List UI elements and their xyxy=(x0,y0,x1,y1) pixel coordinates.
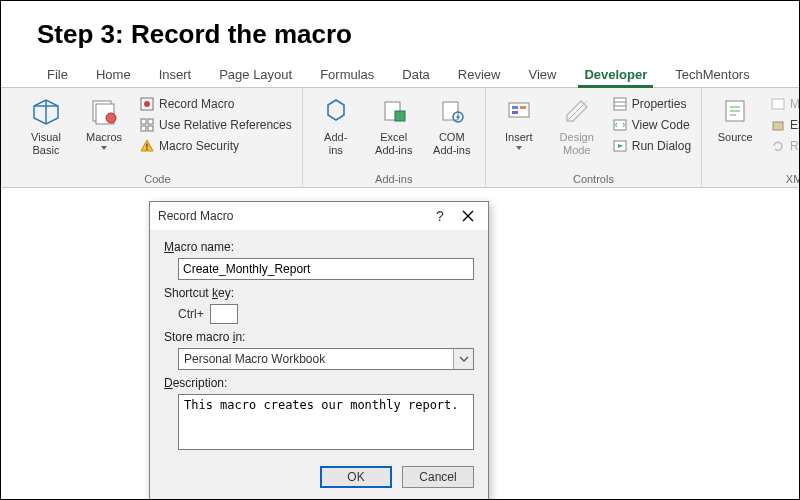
store-macro-dropdown-button[interactable] xyxy=(453,349,473,369)
svg-rect-16 xyxy=(509,103,529,117)
description-input[interactable] xyxy=(178,394,474,450)
svg-rect-6 xyxy=(148,119,153,124)
dialog-button-row: OK Cancel xyxy=(150,458,488,500)
svg-rect-27 xyxy=(773,122,783,130)
design-mode-button[interactable]: Design Mode xyxy=(552,92,602,156)
ribbon: Visual Basic Macros Re xyxy=(1,88,799,188)
store-macro-select[interactable]: Personal Macro Workbook xyxy=(178,348,474,370)
com-addins-icon xyxy=(435,94,469,128)
record-macro-icon xyxy=(139,96,155,112)
view-code-label: View Code xyxy=(632,118,690,132)
excel-addins-icon xyxy=(377,94,411,128)
tab-data[interactable]: Data xyxy=(388,64,443,87)
com-addins-button[interactable]: COM Add-ins xyxy=(427,92,477,156)
ribbon-group-xml: Source Map Properties Expansion Packs xyxy=(702,88,800,187)
refresh-data-label: Refresh Data xyxy=(790,139,800,153)
ribbon-tabstrip: File Home Insert Page Layout Formulas Da… xyxy=(1,64,799,88)
design-mode-label: Design Mode xyxy=(560,131,594,156)
design-mode-icon xyxy=(560,94,594,128)
insert-dropdown-caret xyxy=(516,146,522,150)
view-code-icon xyxy=(612,117,628,133)
svg-rect-18 xyxy=(520,106,526,109)
ctrl-prefix-label: Ctrl+ xyxy=(178,307,204,321)
tab-techmentors[interactable]: TechMentors xyxy=(661,64,763,87)
shortcut-key-label: Shortcut key: xyxy=(164,286,474,300)
macro-security-button[interactable]: Macro Security xyxy=(137,136,294,156)
visual-basic-icon xyxy=(29,94,63,128)
insert-control-label: Insert xyxy=(505,131,533,144)
macros-dropdown-caret xyxy=(101,146,107,150)
run-dialog-button[interactable]: Run Dialog xyxy=(610,136,693,156)
close-icon xyxy=(462,210,474,222)
insert-control-button[interactable]: Insert xyxy=(494,92,544,150)
use-relative-label: Use Relative References xyxy=(159,118,292,132)
svg-rect-26 xyxy=(772,99,784,109)
map-properties-button: Map Properties xyxy=(768,94,800,114)
tab-review[interactable]: Review xyxy=(444,64,515,87)
macro-security-icon xyxy=(139,138,155,154)
properties-label: Properties xyxy=(632,97,687,111)
source-button[interactable]: Source xyxy=(710,92,760,144)
macro-name-label: MMacro name:acro name: xyxy=(164,240,474,254)
code-small-buttons: Record Macro Use Relative References Mac… xyxy=(137,92,294,156)
svg-point-2 xyxy=(106,113,116,123)
svg-rect-12 xyxy=(395,111,405,121)
group-label-code: Code xyxy=(21,172,294,185)
record-macro-dialog: Record Macro ? MMacro name:acro name: Sh… xyxy=(149,201,489,500)
addins-button[interactable]: Add- ins xyxy=(311,92,361,156)
macros-button[interactable]: Macros xyxy=(79,92,129,150)
macros-icon xyxy=(87,94,121,128)
tab-page-layout[interactable]: Page Layout xyxy=(205,64,306,87)
properties-icon xyxy=(612,96,628,112)
tab-home[interactable]: Home xyxy=(82,64,145,87)
tab-view[interactable]: View xyxy=(514,64,570,87)
visual-basic-label: Visual Basic xyxy=(31,131,61,156)
run-dialog-label: Run Dialog xyxy=(632,139,691,153)
cancel-button[interactable]: Cancel xyxy=(402,466,474,488)
description-label: Description: xyxy=(164,376,474,390)
dialog-help-button[interactable]: ? xyxy=(426,205,454,227)
store-macro-label: Store macro in: xyxy=(164,330,474,344)
dialog-title: Record Macro xyxy=(158,209,426,223)
ok-button[interactable]: OK xyxy=(320,466,392,488)
tab-developer[interactable]: Developer xyxy=(570,64,661,87)
shortcut-key-input[interactable] xyxy=(210,304,238,324)
tab-insert[interactable]: Insert xyxy=(145,64,206,87)
macro-security-label: Macro Security xyxy=(159,139,239,153)
svg-rect-13 xyxy=(443,102,458,120)
relative-refs-icon xyxy=(139,117,155,133)
svg-point-4 xyxy=(144,101,150,107)
view-code-button[interactable]: View Code xyxy=(610,115,693,135)
source-label: Source xyxy=(718,131,753,144)
svg-rect-5 xyxy=(141,119,146,124)
svg-rect-8 xyxy=(148,126,153,131)
svg-rect-7 xyxy=(141,126,146,131)
refresh-data-icon xyxy=(770,138,786,154)
properties-button[interactable]: Properties xyxy=(610,94,693,114)
dialog-close-button[interactable] xyxy=(454,205,482,227)
svg-point-15 xyxy=(456,116,459,119)
svg-rect-17 xyxy=(512,106,518,109)
visual-basic-button[interactable]: Visual Basic xyxy=(21,92,71,156)
expansion-packs-button[interactable]: Expansion Packs xyxy=(768,115,800,135)
group-label-xml: XML xyxy=(710,172,800,185)
svg-rect-10 xyxy=(146,149,148,151)
map-properties-icon xyxy=(770,96,786,112)
map-properties-label: Map Properties xyxy=(790,97,800,111)
svg-rect-20 xyxy=(614,98,626,110)
macros-label: Macros xyxy=(86,131,122,144)
dialog-titlebar[interactable]: Record Macro ? xyxy=(150,202,488,230)
record-macro-button[interactable]: Record Macro xyxy=(137,94,294,114)
tab-formulas[interactable]: Formulas xyxy=(306,64,388,87)
group-label-addins: Add-ins xyxy=(311,172,477,185)
use-relative-references-button[interactable]: Use Relative References xyxy=(137,115,294,135)
record-macro-label: Record Macro xyxy=(159,97,234,111)
run-dialog-icon xyxy=(612,138,628,154)
tab-file[interactable]: File xyxy=(33,64,82,87)
macro-name-input[interactable] xyxy=(178,258,474,280)
excel-addins-button[interactable]: Excel Add-ins xyxy=(369,92,419,156)
xml-small-buttons: Map Properties Expansion Packs Refresh D… xyxy=(768,92,800,156)
svg-rect-9 xyxy=(146,144,148,148)
expansion-packs-icon xyxy=(770,117,786,133)
step-heading: Step 3: Record the macro xyxy=(37,19,799,50)
